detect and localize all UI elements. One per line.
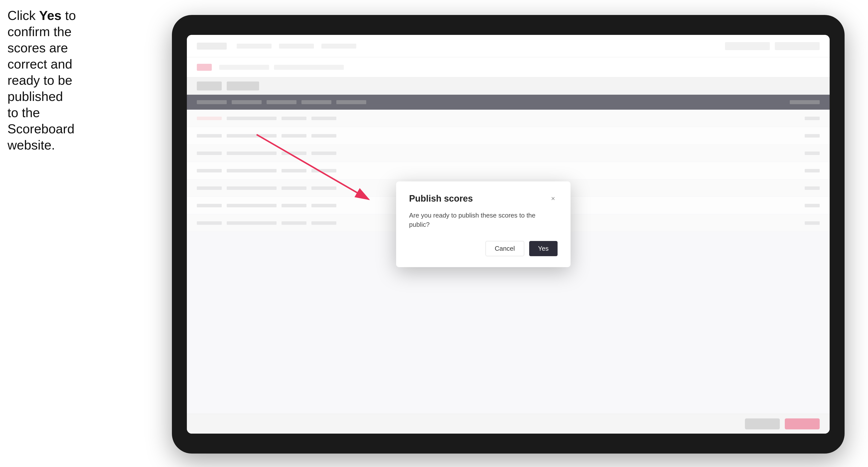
modal-dialog: Publish scores × Are you ready to publis… xyxy=(396,181,570,267)
cancel-button[interactable]: Cancel xyxy=(486,241,524,256)
tablet-device: Publish scores × Are you ready to publis… xyxy=(172,15,844,454)
instruction-bold: Yes xyxy=(39,8,62,23)
modal-footer: Cancel Yes xyxy=(409,241,558,256)
tablet-screen: Publish scores × Are you ready to publis… xyxy=(187,35,830,434)
close-icon: × xyxy=(551,195,555,203)
instruction-text: Click Yes to confirm the scores are corr… xyxy=(7,7,77,153)
modal-title: Publish scores xyxy=(409,193,473,204)
modal-overlay: Publish scores × Are you ready to publis… xyxy=(187,35,830,434)
confirm-button[interactable]: Yes xyxy=(529,241,558,256)
modal-body-text: Are you ready to publish these scores to… xyxy=(409,211,558,229)
instruction-prefix: Click xyxy=(7,8,39,23)
modal-close-button[interactable]: × xyxy=(549,194,558,203)
modal-title-row: Publish scores × xyxy=(409,193,558,204)
instruction-suffix: to confirm the scores are correct and re… xyxy=(7,8,76,152)
